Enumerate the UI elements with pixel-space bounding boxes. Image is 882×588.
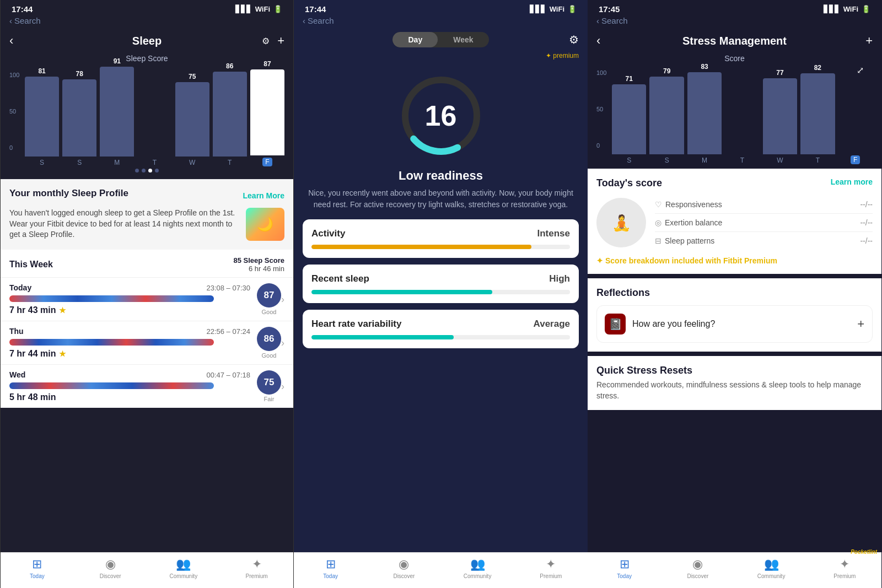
search-bar-1[interactable]: ‹ Search xyxy=(1,16,293,30)
day-week-toggle[interactable]: Day Week xyxy=(392,32,488,47)
premium-icon: ✦ xyxy=(252,557,262,571)
tab-premium-1[interactable]: ✦ Premium xyxy=(220,557,293,579)
metric-name-2: Heart rate variability xyxy=(311,319,401,330)
tab-today-2[interactable]: ⊞ Today xyxy=(294,557,367,579)
score-person-icon: 🧘 xyxy=(612,214,631,232)
bar-group: 81S xyxy=(25,67,59,166)
expand-icon-1[interactable]: ⤢ xyxy=(268,67,276,78)
bar-label-3: S xyxy=(665,157,669,164)
tab-premium-label-3: Premium xyxy=(833,573,856,579)
metric-card-1[interactable]: Recent sleep High xyxy=(303,265,579,303)
y-labels-3: 100 50 0 xyxy=(596,65,606,153)
bar-value-3: 82 xyxy=(814,64,821,72)
score-circle: 🧘 xyxy=(596,198,646,247)
bar-3 xyxy=(800,73,835,154)
tab-today-3[interactable]: ⊞ Today xyxy=(588,557,661,579)
metric-row-2: ⊟ Sleep patterns --/-- xyxy=(655,232,873,250)
bar xyxy=(213,72,247,157)
sleep-entry-0[interactable]: Today 23:08 – 07:30 7 hr 43 min ★ 87 Goo… xyxy=(1,277,293,321)
panel-sleep: 17:44 ▋▋▋ WiFi 🔋 ‹ Search ‹ Sleep ⚙ + Sl… xyxy=(0,0,294,588)
learn-more-1[interactable]: Learn More xyxy=(243,191,284,200)
bar-group: T xyxy=(137,147,171,166)
tab-premium-2[interactable]: ✦ Premium xyxy=(514,557,588,579)
reflection-add-icon[interactable]: + xyxy=(857,317,864,331)
reflection-card[interactable]: 📓 How are you feeling? + xyxy=(596,305,873,343)
bar-group: 78S xyxy=(62,70,96,166)
chevron-left-icon: ‹ xyxy=(9,16,12,25)
entry-row-1: Thu 22:56 – 07:24 7 hr 44 min ★ 86 Good … xyxy=(9,327,284,359)
metric-bar-fill-0 xyxy=(311,245,531,249)
status-bar-1: 17:44 ▋▋▋ WiFi 🔋 xyxy=(1,0,293,16)
entry-duration-0: 7 hr 43 min ★ xyxy=(9,305,250,315)
entry-row-2: Wed 00:47 – 07:18 5 hr 48 min 75 Fair › xyxy=(9,370,284,402)
tab-today-1[interactable]: ⊞ Today xyxy=(1,557,74,579)
metric-label-2: ⊟ Sleep patterns xyxy=(655,236,714,245)
sleep-entry-1[interactable]: Thu 22:56 – 07:24 7 hr 44 min ★ 86 Good … xyxy=(1,321,293,364)
expand-icon-3[interactable]: ⤢ xyxy=(857,65,864,75)
panel-stress: 17:45 ▋▋▋ WiFi 🔋 ‹ Search ‹ Stress Manag… xyxy=(588,0,881,588)
metric-label-0: ♡ Responsiveness xyxy=(655,200,722,209)
tab-discover-label-2: Discover xyxy=(393,573,415,579)
tab-discover-1[interactable]: ◉ Discover xyxy=(74,557,147,579)
bar-value: 75 xyxy=(189,73,196,80)
quick-stress-section: Quick Stress Resets Recommended workouts… xyxy=(588,356,881,410)
stress-chart: Score 100 50 0 71S79S83MT77W82TF ⤢ xyxy=(588,54,881,169)
bar-label-3: M xyxy=(702,157,707,164)
time-3: 17:45 xyxy=(599,4,620,14)
bar-value: 87 xyxy=(263,60,271,68)
back-icon-3[interactable]: ‹ xyxy=(596,34,600,48)
search-bar-2[interactable]: ‹ Search xyxy=(294,16,588,30)
metric-bar-bg-2 xyxy=(311,335,570,339)
settings-icon-2[interactable]: ⚙ xyxy=(569,33,579,46)
tab-premium-3[interactable]: ✦ Premium xyxy=(808,557,881,579)
learn-more-3[interactable]: Learn more xyxy=(831,177,873,189)
metric-row-1: ◎ Exertion balance --/-- xyxy=(655,214,873,232)
premium-icon-2: ✦ xyxy=(546,557,556,571)
quick-stress-title: Quick Stress Resets xyxy=(596,365,873,376)
metric-card-0[interactable]: Activity Intense xyxy=(303,219,579,258)
entry-right-0: 87 Good xyxy=(257,283,281,315)
tab-discover-2[interactable]: ◉ Discover xyxy=(367,557,440,579)
sleep-icon-metric: ⊟ xyxy=(655,236,662,245)
bar-group-3: 77W xyxy=(763,69,797,164)
premium-link[interactable]: ✦ Score breakdown included with Fitbit P… xyxy=(596,256,873,265)
tab-community-1[interactable]: 👥 Community xyxy=(147,557,220,579)
bar-value-3: 79 xyxy=(663,67,670,75)
today-score-section: Today's score Learn more 🧘 ♡ Responsiven… xyxy=(588,169,881,274)
entry-time-1: 22:56 – 07:24 xyxy=(206,327,250,336)
today-icon-2: ⊞ xyxy=(326,557,336,571)
sleep-profile-body-row: You haven't logged enough sleep to get a… xyxy=(9,208,284,241)
bar-label: M xyxy=(114,159,120,166)
chevron-left-icon-2: ‹ xyxy=(303,16,305,25)
metric-row-0: ♡ Responsiveness --/-- xyxy=(655,196,873,214)
toggle-day[interactable]: Day xyxy=(392,32,438,47)
entry-day-1: Thu xyxy=(9,327,24,336)
bar-label: T xyxy=(153,159,157,166)
add-icon-3[interactable]: + xyxy=(865,34,873,48)
chevron-2: › xyxy=(281,381,284,392)
tab-community-label-3: Community xyxy=(757,573,786,579)
back-icon-1[interactable]: ‹ xyxy=(9,34,13,48)
today-icon-3: ⊞ xyxy=(620,557,630,571)
tab-community-3[interactable]: 👥 Community xyxy=(735,557,808,579)
tab-community-2[interactable]: 👥 Community xyxy=(441,557,514,579)
metric-card-2[interactable]: Heart rate variability Average xyxy=(303,310,579,348)
chevron-0: › xyxy=(281,294,284,305)
toggle-week[interactable]: Week xyxy=(438,32,488,47)
watermark: Pocketlint xyxy=(851,549,877,555)
bar xyxy=(100,67,134,157)
metric-header-1: Recent sleep High xyxy=(311,273,570,284)
search-bar-3[interactable]: ‹ Search xyxy=(588,16,881,30)
bar-3 xyxy=(763,78,797,154)
stress-title: Stress Management xyxy=(682,35,787,47)
nav-bar-1: ‹ Sleep ⚙ + xyxy=(1,30,293,54)
tab-today-label-2: Today xyxy=(323,573,338,579)
bar-group-3: F xyxy=(838,143,873,164)
tab-discover-3[interactable]: ◉ Discover xyxy=(661,557,734,579)
reflection-content: 📓 How are you feeling? xyxy=(605,314,715,335)
settings-icon[interactable]: ⚙ xyxy=(262,36,270,46)
reflections-title: Reflections xyxy=(596,287,873,299)
add-icon[interactable]: + xyxy=(277,34,284,48)
dot xyxy=(155,169,159,172)
sleep-entry-2[interactable]: Wed 00:47 – 07:18 5 hr 48 min 75 Fair › xyxy=(1,364,293,408)
